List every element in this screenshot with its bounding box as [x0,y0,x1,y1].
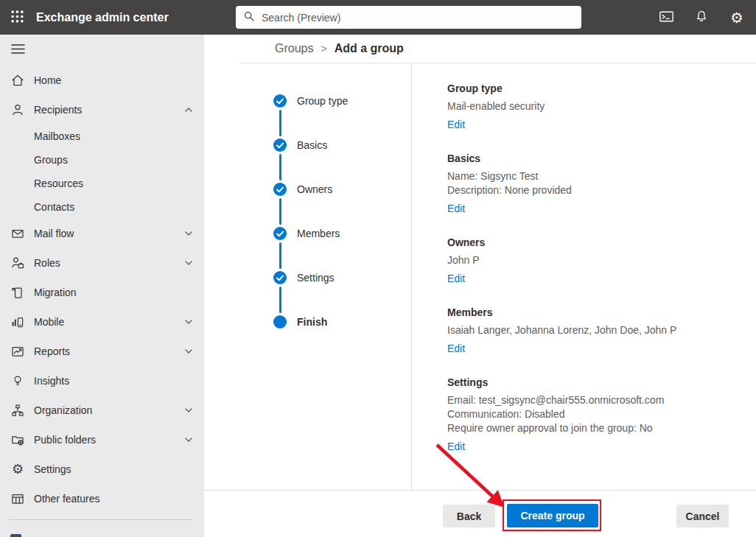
chevron-down-icon [183,259,194,267]
sidebar-item-public-folders[interactable]: Public folders [0,425,204,454]
app-title: Exchange admin center [36,11,169,24]
sidebar-divider [10,519,192,520]
sidebar-item-settings[interactable]: ⚙ Settings [0,454,204,484]
sidebar-item-clipped[interactable] [0,524,204,537]
search-box[interactable] [236,6,581,29]
step-complete-icon [273,183,287,196]
edit-group-type-link[interactable]: Edit [447,117,465,132]
sidebar-item-home[interactable]: Home [0,66,204,95]
app-launcher-button[interactable] [0,0,35,35]
envelope-icon [10,226,25,241]
sidebar-nav: Home Recipients Mailboxes Groups Resourc… [0,35,204,537]
step-connector [279,154,281,180]
summary-section-group-type: Group type Mail-enabled security Edit [447,81,746,132]
home-icon [10,73,25,88]
exchange-admin-center-window: Exchange admin center [0,0,756,537]
gear-icon: ⚙ [730,10,743,25]
review-summary: Group type Mail-enabled security Edit Ba… [447,81,746,473]
step-complete-icon [273,271,287,284]
back-button[interactable]: Back [443,505,495,527]
summary-section-owners: Owners John P Edit [447,235,746,286]
edit-owners-link[interactable]: Edit [447,271,465,286]
summary-section-basics: Basics Name: Sigsync Test Description: N… [447,151,746,216]
sidebar-item-other-features[interactable]: Other features [0,484,204,513]
step-connector [279,242,281,269]
chevron-down-icon [183,229,194,238]
chart-phone-icon [10,315,25,329]
breadcrumb: Groups > Add a group [204,35,756,63]
folder-globe-icon [10,432,25,447]
chevron-down-icon [183,406,194,415]
wizard-footer: Back Create group Cancel [204,490,756,537]
line-chart-icon [10,344,25,359]
search-input[interactable] [262,12,574,24]
nav-collapse-row [0,35,204,66]
step-connector [279,110,281,136]
notifications-button[interactable] [684,0,719,35]
clipped-app-logo-icon [10,534,21,537]
cancel-button[interactable]: Cancel [676,505,729,527]
bell-icon [694,9,709,26]
step-connector [279,198,281,225]
edit-basics-link[interactable]: Edit [447,201,465,216]
step-complete-icon [273,94,287,108]
search-icon [243,10,255,24]
breadcrumb-separator: > [321,43,326,55]
page-title: Add a group [335,42,404,55]
table-grid-icon [10,491,25,506]
panel-divider [411,63,412,490]
topbar: Exchange admin center [0,0,756,35]
step-connector [279,287,281,313]
step-complete-icon [273,138,287,152]
sidebar-item-reports[interactable]: Reports [0,337,204,366]
lightbulb-icon [10,373,25,388]
document-arrow-icon [10,285,25,300]
chevron-down-icon [183,435,194,444]
sidebar-item-resources[interactable]: Resources [0,172,204,195]
cloud-shell-icon [659,9,674,27]
wizard-stepper: Group type Basics Owners M [239,63,411,372]
gear-icon: ⚙ [10,462,25,477]
breadcrumb-groups-link[interactable]: Groups [275,42,313,55]
main-content: Groups > Add a group Group type Basics [204,35,756,537]
create-group-button[interactable]: Create group [507,504,598,527]
sidebar-item-contacts[interactable]: Contacts [0,195,204,219]
settings-button[interactable]: ⚙ [719,0,755,35]
step-current-icon [273,315,287,329]
sidebar-item-mailboxes[interactable]: Mailboxes [0,124,204,148]
summary-section-members: Members Isaiah Langer, Johanna Lorenz, J… [447,305,746,356]
person-icon [10,102,25,117]
topbar-actions: ⚙ [648,0,755,35]
org-chart-icon [10,403,25,418]
sidebar-item-migration[interactable]: Migration [0,278,204,307]
sidebar-item-insights[interactable]: Insights [0,366,204,396]
edit-members-link[interactable]: Edit [447,341,465,356]
nav-collapse-button[interactable] [11,43,25,57]
hamburger-icon [11,43,25,57]
sidebar-item-mail-flow[interactable]: Mail flow [0,219,204,248]
step-complete-icon [273,227,287,240]
person-briefcase-icon [10,256,25,270]
sidebar-item-organization[interactable]: Organization [0,396,204,425]
chevron-down-icon [183,347,194,356]
chevron-up-icon [183,105,194,114]
sidebar-item-recipients[interactable]: Recipients [0,95,204,124]
sidebar-item-roles[interactable]: Roles [0,248,204,278]
sidebar-item-groups[interactable]: Groups [0,148,204,172]
sidebar-item-mobile[interactable]: Mobile [0,307,204,337]
chevron-down-icon [183,317,194,326]
edit-settings-link[interactable]: Edit [447,439,465,454]
cloud-shell-button[interactable] [648,0,684,35]
summary-section-settings: Settings Email: test_sigsync@chair555.on… [447,375,746,454]
waffle-icon [10,10,24,26]
